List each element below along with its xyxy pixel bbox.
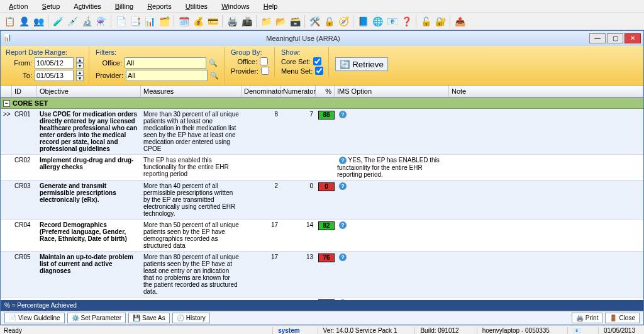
col-ims[interactable]: IMS Option (335, 86, 449, 97)
tool-icon-13[interactable]: 💰 (191, 14, 205, 28)
table-row[interactable]: >>CR01Use CPOE for medication orders dir… (1, 109, 643, 155)
menu-activities[interactable]: Activities (67, 1, 107, 11)
menu-set-checkbox[interactable] (315, 67, 323, 75)
row-note (449, 253, 643, 295)
set-parameter-button[interactable]: ⚙️Set Parameter (67, 313, 126, 323)
collapse-icon[interactable]: − (3, 100, 10, 107)
row-objective: Maintain active medication list (37, 299, 141, 300)
tool-icon-22[interactable]: 🧭 (336, 14, 350, 28)
menu-reports[interactable]: Reports (141, 1, 178, 11)
col-numerator[interactable]: Numerator (280, 86, 316, 97)
grid-body[interactable]: − CORE SET >>CR01Use CPOE for medication… (1, 97, 643, 300)
row-id: CR01 (12, 111, 37, 152)
row-id: CR04 (12, 221, 37, 249)
to-date-input[interactable] (35, 70, 74, 81)
tool-icon-6[interactable]: 🔬 (80, 14, 94, 28)
tool-icon-7[interactable]: ⚗️ (94, 14, 108, 28)
table-row[interactable]: CR02Implement drug-drug and drug-allergy… (1, 155, 643, 181)
menu-utilities[interactable]: Utilities (179, 1, 214, 11)
tool-icon-28[interactable]: 🔐 (433, 14, 447, 28)
col-note[interactable]: Note (449, 86, 643, 97)
tool-icon-1[interactable]: 📋 (3, 14, 16, 28)
gb-office-checkbox[interactable] (260, 57, 268, 65)
close-button[interactable]: ✕ (625, 33, 641, 43)
tool-icon-20[interactable]: 🛠️ (308, 14, 321, 28)
view-guideline-button[interactable]: 📄View Guideline (4, 313, 65, 323)
row-indicator (1, 221, 12, 249)
tool-icon-27[interactable]: 🔓 (419, 14, 433, 28)
menu-billing[interactable]: Billing (109, 1, 140, 11)
section-core-set[interactable]: − CORE SET (1, 98, 643, 109)
provider-label: Provider: (96, 72, 123, 79)
table-row[interactable]: CR06Maintain active medication listMore … (1, 298, 643, 300)
tool-icon-9[interactable]: 📑 (128, 14, 142, 28)
tool-icon-19[interactable]: 🗃️ (288, 14, 302, 28)
tool-icon-3[interactable]: 👥 (31, 14, 45, 28)
tool-icon-exit[interactable]: 📤 (453, 14, 467, 28)
core-set-checkbox[interactable] (313, 57, 321, 65)
col-id[interactable]: ID (12, 86, 37, 97)
info-icon[interactable]: ? (339, 111, 347, 118)
col-objective[interactable]: Objective (37, 86, 141, 97)
from-label: From: (6, 59, 32, 67)
tool-icon-16[interactable]: 📠 (240, 14, 253, 28)
close-window-button[interactable]: 🚪Close (605, 313, 640, 323)
office-label: Office: (96, 59, 122, 67)
tool-icon-24[interactable]: 🌐 (370, 14, 384, 28)
row-numerator (280, 157, 316, 178)
info-icon[interactable]: ? (339, 182, 347, 190)
row-indicator (1, 182, 12, 217)
col-denominator[interactable]: Denominator (242, 86, 280, 97)
show-group: Show: Core Set: Menu Set: (280, 47, 329, 77)
footer-strip: % = Percentage Achieved (1, 300, 643, 311)
row-numerator: 14 (280, 221, 316, 249)
office-combo[interactable] (125, 57, 206, 69)
retrieve-button[interactable]: 🔄 Retrieve (335, 57, 388, 71)
save-as-button[interactable]: 💾Save As (128, 313, 170, 323)
menu-action[interactable]: Action (3, 1, 35, 11)
from-date-input[interactable] (35, 57, 74, 69)
provider-lookup-icon[interactable]: 🔍 (210, 72, 219, 80)
menu-windows[interactable]: Windows (215, 1, 256, 11)
tool-icon-21[interactable]: 🔒 (322, 14, 336, 28)
col-pct[interactable]: % (316, 86, 335, 97)
to-spinner[interactable]: ▲▼ (76, 70, 84, 81)
menu-setup[interactable]: Setup (36, 1, 67, 11)
row-indicator: >> (1, 111, 12, 152)
tool-icon-8[interactable]: 📄 (114, 14, 128, 28)
info-icon[interactable]: ? (339, 299, 347, 300)
print-button[interactable]: 🖨️Print (572, 313, 603, 323)
tool-icon-2[interactable]: 👤 (17, 14, 31, 28)
tool-icon-18[interactable]: 📂 (274, 14, 287, 28)
show-label: Show: (281, 48, 323, 56)
info-icon[interactable]: ? (339, 221, 347, 229)
info-icon[interactable]: ? (339, 157, 347, 164)
history-button[interactable]: 🕘History (172, 313, 210, 323)
tool-icon-15[interactable]: 🖨️ (225, 14, 239, 28)
provider-combo[interactable] (126, 70, 208, 81)
maximize-button[interactable]: ▢ (607, 33, 623, 43)
table-row[interactable]: CR03Generate and transmit permissible pr… (1, 181, 643, 220)
tool-icon-17[interactable]: 📁 (259, 14, 273, 28)
tool-icon-25[interactable]: 📧 (385, 14, 399, 28)
row-measures: The EP has enabled this functionality fo… (141, 157, 242, 178)
tool-icon-23[interactable]: 📘 (356, 14, 370, 28)
tool-icon-11[interactable]: 🗂️ (157, 14, 171, 28)
tool-icon-10[interactable]: 📊 (143, 14, 157, 28)
tool-icon-5[interactable]: 💉 (65, 14, 79, 28)
minimize-button[interactable]: — (589, 33, 606, 43)
tool-icon-4[interactable]: 🧪 (51, 14, 65, 28)
tool-icon-26[interactable]: ❓ (399, 14, 413, 28)
office-lookup-icon[interactable]: 🔍 (209, 59, 218, 67)
tool-icon-12[interactable]: 🗓️ (177, 14, 191, 28)
table-row[interactable]: CR04Record Demographics (Preferred langu… (1, 220, 643, 252)
from-spinner[interactable]: ▲▼ (76, 57, 84, 69)
col-measures[interactable]: Measures (141, 86, 242, 97)
tool-icon-14[interactable]: 💳 (206, 14, 219, 28)
menu-help[interactable]: Help (257, 1, 284, 11)
row-ims: ? YES, The EP has ENABLED this functaion… (335, 157, 449, 178)
gb-provider-checkbox[interactable] (261, 67, 269, 75)
table-row[interactable]: CR05Maintain an up-to-date problem list … (1, 252, 643, 298)
row-indicator (1, 157, 12, 178)
info-icon[interactable]: ? (339, 253, 347, 261)
